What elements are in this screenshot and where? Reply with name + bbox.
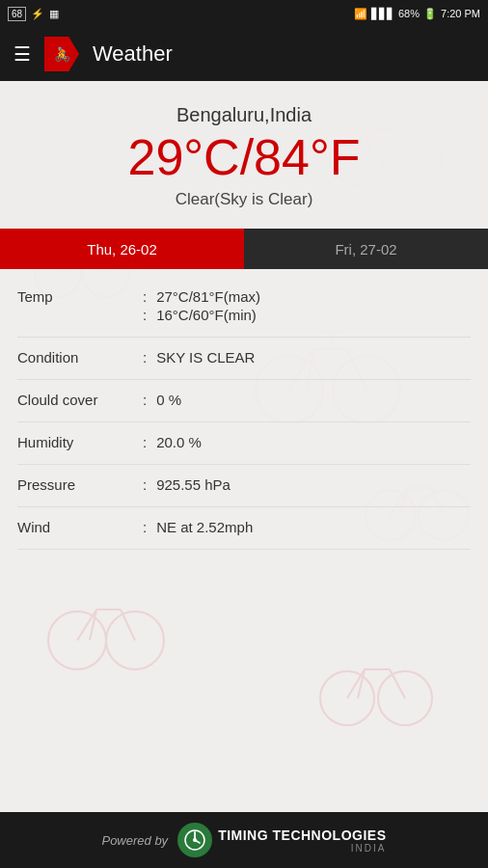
details-section: Temp : 27°C/81°F(max) : 16°C/60°F(min) C…	[0, 269, 488, 561]
bike-icon: 🚴	[54, 46, 70, 62]
tab-thu[interactable]: Thu, 26-02	[0, 229, 244, 269]
condition-row: Condition : SKY IS CLEAR	[0, 339, 488, 377]
tab-fri[interactable]: Fri, 27-02	[244, 229, 488, 269]
hero-section: Bengaluru,India 29°C/84°F Clear(Sky is C…	[0, 81, 488, 229]
battery-percentage: 68%	[398, 8, 420, 19]
condition-value: SKY IS CLEAR	[156, 349, 255, 366]
temp-max-line: : 27°C/81°F(max)	[143, 288, 471, 305]
pressure-label: Pressure	[17, 476, 143, 493]
battery-icon: 🔋	[423, 8, 437, 20]
humidity-row: Humidity : 20.0 %	[0, 424, 488, 462]
divider-5	[17, 506, 471, 507]
divider-2	[17, 379, 471, 380]
app-logo: 🚴	[44, 37, 79, 71]
pressure-row: Pressure : 925.55 hPa	[0, 467, 488, 504]
svg-point-28	[48, 611, 106, 669]
day-tabs[interactable]: Thu, 26-02 Fri, 27-02	[0, 229, 488, 269]
svg-point-35	[320, 671, 374, 725]
status-bar: 68 ⚡ ▦ 📶 ▋▋▋ 68% 🔋 7:20 PM	[0, 0, 488, 27]
divider-4	[17, 464, 471, 465]
divider-1	[17, 337, 471, 338]
temp-values: : 27°C/81°F(max) : 16°C/60°F(min)	[143, 288, 471, 325]
status-left-icons: 68 ⚡ ▦	[8, 7, 59, 21]
condition-colon: :	[143, 349, 147, 366]
svg-line-36	[347, 669, 365, 698]
pressure-colon: :	[143, 476, 147, 493]
toolbar: ☰ 🚴 Weather	[0, 27, 488, 81]
cloud-value-line: : 0 %	[143, 392, 471, 408]
condition-display: Clear(Sky is Clear)	[19, 190, 469, 209]
wind-label: Wind	[17, 519, 143, 535]
svg-point-29	[106, 611, 164, 669]
condition-values: : SKY IS CLEAR	[143, 349, 471, 367]
cloud-colon: :	[143, 392, 147, 408]
condition-value-line: : SKY IS CLEAR	[143, 349, 471, 366]
footer-brand-text: Timing Technologies INDIA	[218, 827, 386, 854]
humidity-value-line: : 20.0 %	[143, 434, 471, 450]
svg-line-32	[121, 610, 135, 640]
temp-max-value: 27°C/81°F(max)	[156, 288, 260, 305]
condition-label: Condition	[17, 349, 143, 366]
footer: Powered by Timing Technologies INDIA	[0, 812, 488, 868]
powered-by-text: Powered by	[101, 833, 168, 848]
temp-min-colon: :	[143, 307, 147, 323]
brand-subtitle: INDIA	[218, 843, 386, 854]
wifi-icon: 📶	[354, 8, 367, 20]
temp-label: Temp	[17, 288, 143, 305]
wind-value-line: : NE at 2.52mph	[143, 519, 471, 535]
wind-row: Wind : NE at 2.52mph	[0, 509, 488, 547]
cloud-values: : 0 %	[143, 392, 471, 410]
cloud-label: Clould cover	[17, 392, 143, 408]
cloud-value: 0 %	[156, 392, 181, 408]
svg-line-39	[358, 669, 365, 698]
svg-point-44	[193, 838, 197, 842]
humidity-label: Humidity	[17, 434, 143, 450]
svg-line-30	[77, 610, 96, 640]
status-right-icons: 📶 ▋▋▋ 68% 🔋 7:20 PM	[354, 8, 480, 20]
menu-button[interactable]: ☰	[14, 42, 31, 66]
svg-line-38	[390, 669, 405, 698]
signal-bars-icon: ▋▋▋	[371, 8, 394, 20]
pressure-value: 925.55 hPa	[156, 476, 230, 493]
timing-tech-logo-icon	[181, 827, 208, 854]
cloud-row: Clould cover : 0 %	[0, 382, 488, 420]
temp-max-colon: :	[143, 288, 147, 305]
brand-name: Timing Technologies	[218, 827, 386, 843]
city-label: Bengaluru,India	[19, 104, 469, 126]
wind-values: : NE at 2.52mph	[143, 519, 471, 537]
signal-68-icon: 68	[8, 7, 26, 21]
svg-line-33	[90, 610, 96, 640]
humidity-value: 20.0 %	[156, 434, 202, 450]
time-display: 7:20 PM	[441, 8, 480, 19]
wind-value: NE at 2.52mph	[156, 519, 253, 535]
divider-3	[17, 421, 471, 422]
sim-icon: ▦	[49, 8, 59, 20]
temp-min-line: : 16°C/60°F(min)	[143, 307, 471, 323]
temperature-display: 29°C/84°F	[19, 132, 469, 182]
usb-icon: ⚡	[31, 8, 44, 20]
timing-tech-logo-circle	[177, 823, 212, 857]
svg-point-34	[378, 671, 432, 725]
temp-row: Temp : 27°C/81°F(max) : 16°C/60°F(min)	[0, 279, 488, 335]
humidity-colon: :	[143, 434, 147, 450]
pressure-value-line: : 925.55 hPa	[143, 476, 471, 493]
humidity-values: : 20.0 %	[143, 434, 471, 452]
temp-min-value: 16°C/60°F(min)	[156, 307, 257, 323]
page-title: Weather	[93, 41, 474, 67]
pressure-values: : 925.55 hPa	[143, 476, 471, 495]
footer-logo: Timing Technologies INDIA	[177, 823, 386, 857]
divider-6	[17, 549, 471, 550]
wind-colon: :	[143, 519, 147, 535]
